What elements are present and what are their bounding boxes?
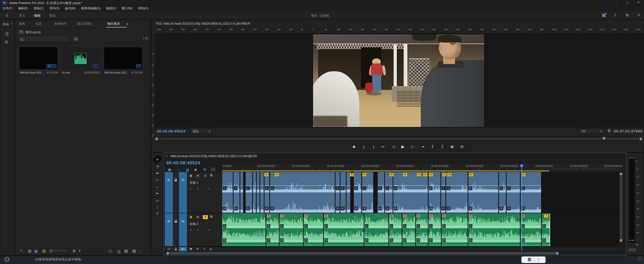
meter-solo-right[interactable]: S — [632, 248, 636, 252]
fx-badge[interactable]: fx — [267, 214, 271, 218]
tab-项目:配音[interactable]: 项目:配音 — [107, 22, 120, 26]
menu-item-s[interactable]: 序列(S) — [49, 6, 59, 11]
list-view-icon[interactable]: ▤ — [28, 249, 31, 253]
audio-clip[interactable]: LR — [378, 172, 385, 213]
menu-item-g[interactable]: 图形和标题(G) — [81, 6, 100, 11]
audio-clip[interactable]: LR — [499, 172, 506, 213]
audio-clip[interactable]: LR — [468, 213, 520, 246]
tab-效果[interactable]: 效果 — [19, 22, 25, 26]
audio-clip[interactable]: LR — [324, 213, 364, 246]
keyframe-dot-icon[interactable]: ○ — [203, 228, 204, 231]
track-select-forward-tool[interactable]: ⇥ — [153, 163, 161, 169]
find-icon[interactable] — [117, 250, 120, 253]
monitor-viewport[interactable] — [155, 33, 644, 127]
close-tab-icon[interactable]: × — [166, 154, 168, 158]
fx-badge[interactable]: fx — [324, 214, 328, 218]
panel-menu-icon[interactable]: ≡ — [11, 22, 13, 25]
slip-tool[interactable]: ↔ — [153, 184, 161, 190]
zoom-slider-handle[interactable] — [49, 249, 53, 253]
audio-clip[interactable]: LR — [335, 172, 340, 213]
audio-clip[interactable]: LR — [441, 172, 446, 213]
new-item-icon[interactable]: ▧ — [132, 249, 136, 253]
mute-button-a2[interactable]: M — [195, 215, 201, 219]
add-marker-button[interactable]: ◆ — [351, 144, 357, 149]
menu-item-h[interactable]: 帮助(H) — [138, 6, 148, 11]
audio-clip[interactable]: LR — [270, 172, 335, 213]
timeline-timecode[interactable]: 00:43:08:45524 — [166, 160, 200, 166]
hand-tool[interactable]: ☝ — [153, 204, 161, 210]
audio-clip[interactable]: LR — [446, 172, 468, 213]
info-icon[interactable]: i — [638, 257, 642, 261]
linked-selection-icon[interactable]: ◪ — [186, 168, 189, 172]
writable-indicator-icon[interactable]: ✎ — [20, 249, 23, 253]
track-target-a3[interactable]: A3 — [179, 247, 187, 251]
menu-item-m[interactable]: 标记(M) — [65, 6, 75, 11]
go-to-out-button[interactable]: ⇥ — [420, 144, 426, 149]
horizontal-zoom-scrollbar[interactable] — [169, 252, 557, 254]
track-target-a1[interactable]: A1 — [179, 172, 187, 213]
fx-badge[interactable]: fx — [447, 173, 452, 177]
solo-button-a1[interactable]: S — [203, 174, 208, 178]
audio-clip[interactable] — [240, 172, 243, 213]
timeline-settings-icon[interactable]: ⚙ — [203, 168, 206, 172]
vertical-scrollbar[interactable] — [620, 174, 622, 241]
audio-clip[interactable]: LR — [304, 213, 323, 246]
source-patch-a2[interactable]: A2 — [165, 213, 173, 246]
workspace-tab-导出[interactable]: 导出 — [49, 13, 56, 18]
project-item[interactable]: ⊶Wild.At.Heart.S01...47:01:04 — [103, 45, 143, 101]
mute-button-a1[interactable]: M — [195, 174, 201, 178]
monitor-seek-bar[interactable] — [155, 137, 642, 141]
audio-clip[interactable]: LR — [393, 172, 428, 213]
fx-badge[interactable]: fx — [429, 214, 433, 218]
track-lock-a3[interactable] — [173, 247, 178, 251]
audio-clip[interactable]: LR — [222, 213, 266, 246]
fx-badge[interactable]: fx — [416, 214, 421, 218]
quick-export-icon[interactable]: ⇧ — [614, 13, 617, 17]
track-lock-a1[interactable] — [173, 172, 178, 213]
monitor-horizontal-ruler[interactable]: 6506005505004504003503002502001501005005… — [155, 28, 644, 33]
add-keyframe-icon[interactable]: ◇ — [190, 228, 192, 232]
track-lock-a2[interactable] — [173, 213, 178, 246]
add-marker-icon[interactable]: ◆ — [194, 168, 197, 172]
export-frame-button[interactable]: ◉ — [449, 144, 456, 149]
work-area-bar[interactable] — [222, 171, 549, 171]
menu-item-e[interactable]: 编辑(E) — [18, 6, 28, 11]
source-patch-a1[interactable]: A1 — [165, 172, 173, 213]
fullscreen-icon[interactable]: ⇗ — [637, 13, 640, 17]
fx-badge[interactable]: fx — [423, 173, 428, 177]
track-name-a1[interactable]: 音频 1 — [190, 181, 198, 185]
audio-clip[interactable]: LR — [429, 172, 441, 213]
scroll-handle-bottom[interactable] — [620, 239, 622, 242]
breadcrumb[interactable]: 配音.prproj — [26, 30, 41, 35]
captions-icon[interactable]: CC — [211, 168, 215, 171]
seek-playhead[interactable] — [603, 137, 605, 140]
monitor-vertical-ruler[interactable]: 50100150200250300350400450 — [151, 33, 155, 127]
audio-clip[interactable] — [260, 172, 264, 213]
rectangle-tool[interactable]: ▭ — [153, 197, 161, 203]
fx-badge[interactable]: fx — [402, 214, 407, 218]
automate-to-sequence-icon[interactable]: ▤ — [108, 249, 112, 253]
creative-cloud-icon[interactable] — [5, 257, 9, 262]
productions-rail-title[interactable]: 作品 — [3, 22, 9, 26]
fx-badge[interactable]: fx — [416, 173, 421, 177]
audio-clip[interactable]: LR — [340, 172, 346, 213]
fx-badge[interactable]: fx — [264, 173, 269, 177]
track-name-a2[interactable]: 音频 2 — [190, 222, 198, 226]
search-icon[interactable] — [5, 32, 8, 35]
playback-resolution-dropdown[interactable]: 1/2▾ — [579, 128, 604, 134]
timeline-tab-title[interactable]: Wild.At.Heart.S01E03.576p.AMZN.WEB-DL.DD… — [170, 154, 257, 158]
previous-keyframe-icon[interactable]: ◀ — [197, 228, 198, 231]
fx-badge[interactable]: fx — [468, 214, 473, 218]
audio-clip[interactable]: LR — [507, 172, 520, 213]
scroll-handle-top[interactable] — [620, 173, 622, 175]
mute-button-a3[interactable]: M — [197, 247, 199, 250]
audio-clip[interactable]: LR — [364, 213, 389, 246]
audio-clip[interactable]: LR — [521, 172, 541, 213]
play-button[interactable]: ▶ — [400, 144, 406, 149]
clip-marker-badge[interactable]: A — [544, 214, 548, 218]
fx-badge[interactable]: fx — [403, 173, 407, 177]
freeform-view-icon[interactable]: ▥ — [42, 249, 46, 253]
delete-icon[interactable]: ▯ — [139, 249, 141, 253]
meter-solo-left[interactable]: S — [628, 248, 632, 252]
audio-clip[interactable]: LR — [246, 172, 252, 213]
